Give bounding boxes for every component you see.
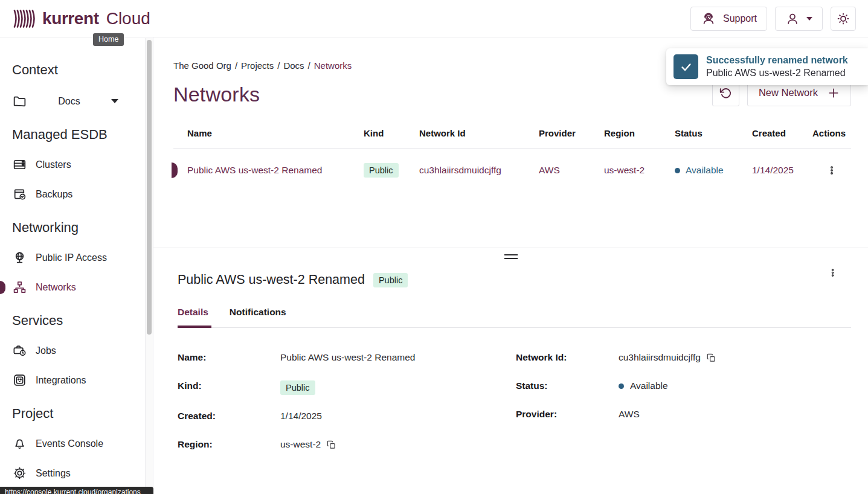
tab-details[interactable]: Details [178,307,211,328]
networks-table: Name Kind Network Id Provider Region Sta… [173,121,851,192]
refresh-icon [719,86,732,100]
account-menu-button[interactable] [775,7,823,31]
sun-icon [836,11,850,26]
sidebar-item-networks[interactable]: Networks [12,280,145,295]
field-label: Region: [178,439,280,450]
chevron-down-icon [806,17,812,21]
field-label: Kind: [178,380,280,391]
field-provider: Provider: AWS [516,409,851,422]
kind-badge: Public [364,163,399,178]
bell-icon [12,436,27,451]
field-label: Created: [178,411,280,422]
network-detail-panel: Public AWS us-west-2 Renamed Public Deta… [153,248,868,494]
kind-badge: Public [280,380,315,395]
support-label: Support [723,13,757,24]
main-content: The Good Org/Projects/Docs/Networks Netw… [153,37,868,494]
sidebar-item-label: Jobs [36,345,56,356]
column-header-status: Status [675,121,752,149]
table-row[interactable]: Public AWS us-west-2 Renamed Public cu3h… [173,149,851,193]
field-label: Status: [516,380,619,391]
sidebar-item-label: Backups [36,189,72,200]
new-network-label: New Network [759,87,818,98]
success-toast: Successfully renamed network Public AWS … [666,48,868,85]
sidebar-item-label: Settings [36,468,71,479]
briefcase-clock-icon [12,343,27,358]
logo-brand-text: kurrent [42,9,99,28]
field-label: Name: [178,352,280,363]
column-header-created: Created [752,121,812,149]
field-value: AWS [619,409,640,420]
column-header-provider: Provider [539,121,604,149]
gear-icon [12,466,27,481]
panel-actions-kebab-button[interactable] [828,266,838,279]
sidebar-item-label: Networks [36,282,76,293]
breadcrumb-separator: / [308,60,310,71]
status-dot-icon [675,168,680,173]
sidebar-scrollbar-track[interactable] [145,38,153,494]
column-header-region: Region [604,121,675,149]
column-header-name: Name [173,121,364,149]
clusters-icon [12,157,27,172]
kurrent-logo[interactable]: kurrent Cloud [12,9,150,28]
project-context-selector[interactable]: Docs [12,94,145,109]
tab-notifications[interactable]: Notifications [230,307,286,327]
sidebar-item-public-ip-access[interactable]: Public IP Access [12,250,145,265]
cell-kind: Public [364,149,419,193]
sidebar: Context Docs Managed ESDB Clusters [0,38,145,494]
browser-status-bar: https://console.kurrent.cloud/organizati… [0,487,153,494]
headset-icon [701,11,716,27]
column-header-network-id: Network Id [419,121,539,149]
sitemap-icon [12,280,27,295]
sidebar-item-events-console[interactable]: Events Console [12,436,145,451]
section-heading-project: Project [12,406,145,422]
sidebar-item-label: Clusters [36,159,71,170]
toast-title: Successfully renamed network [706,55,848,66]
page-title: Networks [173,83,260,106]
cell-network-id: cu3hlaiirsdmuidcjffg [419,149,539,193]
panel-drag-handle[interactable] [504,254,518,259]
cell-status: Available [675,149,752,193]
sidebar-item-backups[interactable]: Backups [12,187,145,202]
field-value: Public AWS us-west-2 Renamed [280,352,415,363]
cell-name: Public AWS us-west-2 Renamed [173,149,364,193]
toast-text: Successfully renamed network Public AWS … [706,55,848,79]
section-heading-networking: Networking [12,220,145,236]
theme-toggle-button[interactable] [831,7,856,31]
field-value: cu3hlaiirsdmuidcjffg [619,352,701,363]
breadcrumb-separator: / [277,60,280,71]
sidebar-item-clusters[interactable]: Clusters [12,157,145,172]
field-name: Name: Public AWS us-west-2 Renamed [178,352,516,365]
support-button[interactable]: Support [690,7,767,31]
cell-region: us-west-2 [604,149,675,193]
check-icon [674,54,698,79]
breadcrumb-project-link[interactable]: Docs [283,60,304,71]
field-kind: Kind: Public [178,380,516,395]
field-label: Network Id: [516,352,619,363]
sidebar-item-settings[interactable]: Settings [12,466,145,481]
field-created: Created: 1/14/2025 [178,411,516,423]
home-tooltip: Home [93,33,124,46]
detail-tabs: Details Notifications [178,307,851,328]
copy-network-id-button[interactable] [707,353,716,362]
breadcrumb-current: Networks [314,60,352,71]
sidebar-item-integrations[interactable]: Integrations [12,373,145,388]
section-heading-services: Services [12,313,145,329]
backups-icon [12,187,27,202]
sidebar-item-jobs[interactable]: Jobs [12,343,145,358]
detail-kind-badge: Public [373,273,408,287]
chevron-down-icon [111,99,118,103]
detail-fields-left: Name: Public AWS us-west-2 Renamed Kind:… [178,352,516,467]
field-region: Region: us-west-2 [178,439,516,452]
row-actions-kebab-button[interactable] [826,164,837,177]
breadcrumb-projects-link[interactable]: Projects [241,60,274,71]
copy-region-button[interactable] [327,440,336,449]
table-header-row: Name Kind Network Id Provider Region Sta… [173,121,851,149]
context-selector-value: Docs [27,96,111,107]
sidebar-scrollbar-thumb[interactable] [147,40,152,335]
person-icon [785,11,800,26]
sidebar-item-label: Integrations [36,375,86,386]
outlet-icon [12,373,27,388]
field-value: us-west-2 [280,439,321,450]
breadcrumb-org-link[interactable]: The Good Org [173,60,231,71]
cell-actions [812,149,851,193]
